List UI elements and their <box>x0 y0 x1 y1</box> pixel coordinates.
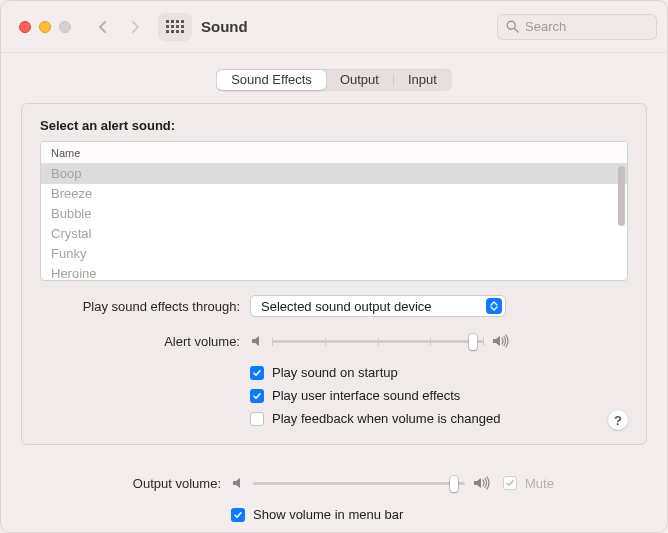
show-in-menubar-label: Show volume in menu bar <box>253 507 403 522</box>
play-through-value: Selected sound output device <box>261 299 486 314</box>
list-item[interactable]: Breeze <box>41 184 627 204</box>
play-through-popup[interactable]: Selected sound output device <box>250 295 506 317</box>
list-item[interactable]: Boop <box>41 164 627 184</box>
svg-line-1 <box>514 28 518 32</box>
window-title: Sound <box>201 18 248 35</box>
volume-high-icon <box>473 476 491 490</box>
alert-sound-list[interactable]: Name Boop Breeze Bubble Crystal Funky He… <box>40 141 628 281</box>
play-ui-sounds-checkbox[interactable] <box>250 389 264 403</box>
show-in-menubar-checkbox[interactable] <box>231 508 245 522</box>
mute-label: Mute <box>525 476 554 491</box>
search-icon <box>506 20 519 33</box>
window-close-button[interactable] <box>19 21 31 33</box>
play-on-startup-checkbox[interactable] <box>250 366 264 380</box>
grid-icon <box>166 20 184 33</box>
play-ui-sounds-label: Play user interface sound effects <box>272 388 460 403</box>
list-item[interactable]: Crystal <box>41 224 627 244</box>
tab-output[interactable]: Output <box>326 70 393 90</box>
slider-thumb[interactable] <box>450 476 458 492</box>
tabs: Sound Effects Output Input <box>216 69 452 91</box>
play-feedback-label: Play feedback when volume is changed <box>272 411 500 426</box>
list-item[interactable]: Funky <box>41 244 627 264</box>
window-zoom-button[interactable] <box>59 21 71 33</box>
search-input[interactable]: Search <box>497 14 657 40</box>
tab-input[interactable]: Input <box>394 70 451 90</box>
play-through-label: Play sound effects through: <box>40 299 250 314</box>
tab-sound-effects[interactable]: Sound Effects <box>217 70 326 90</box>
alert-volume-slider[interactable] <box>272 331 484 351</box>
output-volume-label: Output volume: <box>21 476 231 491</box>
list-item[interactable]: Bubble <box>41 204 627 224</box>
list-column-header[interactable]: Name <box>41 142 627 164</box>
play-on-startup-label: Play sound on startup <box>272 365 398 380</box>
forward-button[interactable] <box>121 14 149 40</box>
search-placeholder: Search <box>525 19 566 34</box>
volume-high-icon <box>492 334 510 348</box>
alert-volume-label: Alert volume: <box>40 334 250 349</box>
sound-effects-panel: Select an alert sound: Name Boop Breeze … <box>21 103 647 445</box>
help-button[interactable]: ? <box>608 410 628 430</box>
list-item[interactable]: Heroine <box>41 264 627 281</box>
back-button[interactable] <box>89 14 117 40</box>
show-all-button[interactable] <box>159 14 191 40</box>
slider-thumb[interactable] <box>469 334 477 350</box>
play-feedback-checkbox[interactable] <box>250 412 264 426</box>
volume-low-icon <box>250 334 264 348</box>
popup-arrows-icon <box>486 298 502 314</box>
scrollbar-thumb[interactable] <box>618 166 625 226</box>
output-volume-slider[interactable] <box>253 473 465 493</box>
mute-checkbox <box>503 476 517 490</box>
volume-low-icon <box>231 476 245 490</box>
alert-sound-heading: Select an alert sound: <box>40 118 628 133</box>
window-minimize-button[interactable] <box>39 21 51 33</box>
